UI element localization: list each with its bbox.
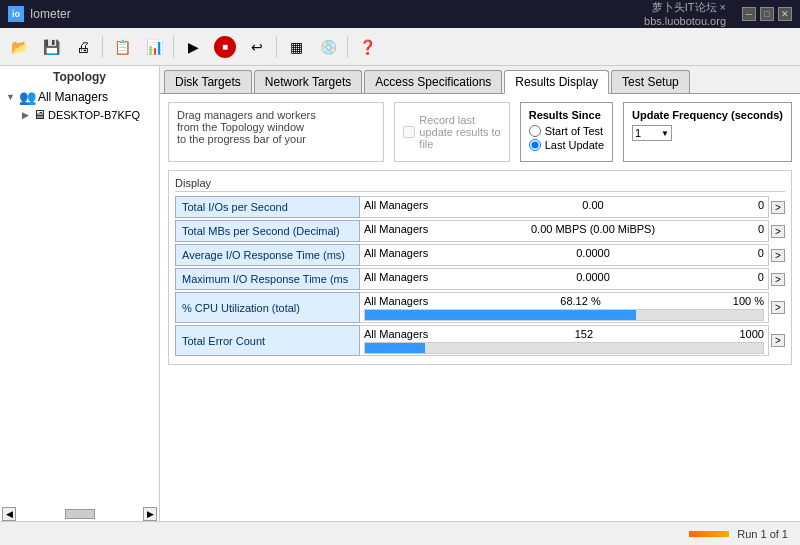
metric-right-value: 0 — [758, 223, 764, 235]
scroll-right-button[interactable]: ▶ — [143, 507, 157, 521]
sidebar-content: Topology ▼ 👥 All Managers ▶ 🖥 DESKTOP-B7… — [0, 66, 159, 507]
metric-right-value: 100 % — [733, 295, 764, 307]
computer-icon: 🖥 — [33, 107, 46, 122]
status-bar: Run 1 of 1 — [0, 521, 800, 545]
open-button[interactable]: 📂 — [4, 33, 34, 61]
new-button[interactable]: 📋 — [107, 33, 137, 61]
metric-row: Maximum I/O Response Time (msAll Manager… — [175, 268, 785, 290]
metric-manager: All Managers — [364, 328, 428, 340]
metric-value: 0.00 MBPS (0.00 MiBPS) — [531, 223, 655, 235]
scroll-left-button[interactable]: ◀ — [2, 507, 16, 521]
tabs: Disk Targets Network Targets Access Spec… — [160, 66, 800, 94]
metric-data: All Managers0.00000 — [360, 268, 769, 290]
metric-progress-bar — [364, 342, 764, 354]
title-bar-left: io Iometer — [8, 6, 71, 22]
results-since-title: Results Since — [529, 109, 604, 121]
record-checkbox[interactable] — [403, 126, 415, 138]
tab-network-targets[interactable]: Network Targets — [254, 70, 362, 93]
metric-expand-button[interactable]: > — [771, 301, 785, 314]
radio-start-input[interactable] — [529, 125, 541, 137]
metric-expand-button[interactable]: > — [771, 273, 785, 286]
metric-header: All Managers0.00000 — [364, 270, 764, 284]
title-bar: io Iometer 萝卜头IT论坛 × bbs.luobotou.org ─ … — [0, 0, 800, 28]
metric-label: Total I/Os per Second — [175, 196, 360, 218]
toolbar-sep-1 — [102, 36, 103, 58]
metric-manager: All Managers — [364, 271, 428, 283]
metric-label: Maximum I/O Response Time (ms — [175, 268, 360, 290]
metric-label: Average I/O Response Time (ms) — [175, 244, 360, 266]
metric-header: All Managers68.12 %100 % — [364, 294, 764, 308]
radio-last-update-input[interactable] — [529, 139, 541, 151]
tab-test-setup[interactable]: Test Setup — [611, 70, 690, 93]
panel: Drag managers and workers from the Topol… — [160, 94, 800, 521]
sidebar: Topology ▼ 👥 All Managers ▶ 🖥 DESKTOP-B7… — [0, 66, 160, 521]
metric-expand-button[interactable]: > — [771, 334, 785, 347]
results-since: Results Since Start of Test Last Update — [520, 102, 613, 162]
content-area: Disk Targets Network Targets Access Spec… — [160, 66, 800, 521]
freq-value: 1 — [635, 127, 641, 139]
metric-expand-button[interactable]: > — [771, 249, 785, 262]
disk-button[interactable]: 💿 — [313, 33, 343, 61]
metric-header: All Managers0.00 MBPS (0.00 MiBPS)0 — [364, 222, 764, 236]
freq-select-box[interactable]: 1 ▼ — [632, 125, 672, 141]
desktop-label: DESKTOP-B7KFQ — [48, 109, 140, 121]
metric-data: All Managers0.000 — [360, 196, 769, 218]
help-button[interactable]: ❓ — [352, 33, 382, 61]
tree-root[interactable]: ▼ 👥 All Managers — [4, 88, 155, 106]
desktop-item[interactable]: ▶ 🖥 DESKTOP-B7KFQ — [20, 106, 155, 123]
metric-value: 0.0000 — [576, 247, 610, 259]
print-button[interactable]: 🖨 — [68, 33, 98, 61]
watermark: 萝卜头IT论坛 × bbs.luobotou.org — [644, 0, 726, 28]
stop-button[interactable]: ■ — [210, 33, 240, 61]
metric-header: All Managers1521000 — [364, 327, 764, 341]
tab-access-specifications[interactable]: Access Specifications — [364, 70, 502, 93]
radio-last-update[interactable]: Last Update — [529, 139, 604, 151]
metric-right-value: 1000 — [740, 328, 764, 340]
metric-manager: All Managers — [364, 223, 428, 235]
metric-label: % CPU Utilization (total) — [175, 292, 360, 323]
tab-disk-targets[interactable]: Disk Targets — [164, 70, 252, 93]
window-controls[interactable]: ─ □ ✕ — [742, 7, 792, 21]
close-button[interactable]: ✕ — [778, 7, 792, 21]
maximize-button[interactable]: □ — [760, 7, 774, 21]
metric-right-value: 0 — [758, 271, 764, 283]
metric-value: 68.12 % — [560, 295, 600, 307]
metric-expand-button[interactable]: > — [771, 201, 785, 214]
toolbar: 📂 💾 🖨 📋 📊 ▶ ■ ↩ ▦ 💿 ❓ — [0, 28, 800, 66]
minimize-button[interactable]: ─ — [742, 7, 756, 21]
metric-header: All Managers0.000 — [364, 198, 764, 212]
metric-manager: All Managers — [364, 247, 428, 259]
child-expand-icon: ▶ — [22, 110, 29, 120]
start-of-test-label: Start of Test — [545, 125, 604, 137]
app-title: Iometer — [30, 7, 71, 21]
metric-header: All Managers0.00000 — [364, 246, 764, 260]
stop-icon: ■ — [214, 36, 236, 58]
metric-expand-button[interactable]: > — [771, 225, 785, 238]
progress-bar-fill — [365, 310, 636, 320]
display-section: Display Total I/Os per SecondAll Manager… — [168, 170, 792, 365]
tab-results-display[interactable]: Results Display — [504, 70, 609, 94]
metric-manager: All Managers — [364, 199, 428, 211]
update-freq-title: Update Frequency (seconds) — [632, 109, 783, 121]
tree-child: ▶ 🖥 DESKTOP-B7KFQ — [20, 106, 155, 123]
start-button[interactable]: ▶ — [178, 33, 208, 61]
freq-select: 1 ▼ — [632, 125, 783, 141]
radio-start-of-test[interactable]: Start of Test — [529, 125, 604, 137]
sidebar-scrollbar: ◀ ▶ — [0, 507, 159, 521]
display-section-title: Display — [175, 177, 785, 192]
metrics-container: Total I/Os per SecondAll Managers0.000>T… — [175, 196, 785, 356]
grid-button[interactable]: ▦ — [281, 33, 311, 61]
scroll-thumb[interactable] — [65, 509, 95, 519]
metric-progress-bar — [364, 309, 764, 321]
metric-label: Total Error Count — [175, 325, 360, 356]
reset-button[interactable]: ↩ — [242, 33, 272, 61]
save-button[interactable]: 💾 — [36, 33, 66, 61]
metric-row: Total MBs per Second (Decimal)All Manage… — [175, 220, 785, 242]
metric-row: % CPU Utilization (total)All Managers68.… — [175, 292, 785, 323]
chart-button[interactable]: 📊 — [139, 33, 169, 61]
drag-hint-text: Drag managers and workers from the Topol… — [177, 109, 316, 145]
metric-right-value: 0 — [758, 199, 764, 211]
record-label[interactable]: Record lastupdate results tofile — [403, 114, 500, 150]
metric-row: Total Error CountAll Managers1521000> — [175, 325, 785, 356]
metric-row: Average I/O Response Time (ms)All Manage… — [175, 244, 785, 266]
